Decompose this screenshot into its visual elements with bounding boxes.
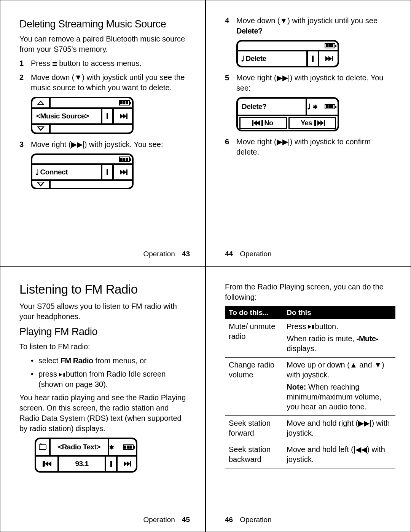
cell-action: Seek station backward [225, 442, 283, 468]
intro-text: Your S705 allows you to listen to FM rad… [19, 301, 190, 322]
play-pause-icon [308, 325, 313, 329]
steps-list: Press button to access menus. Move down … [19, 58, 190, 93]
page-44: Move down (▼) with joystick until you se… [206, 0, 411, 266]
cell-instruction: Move up or down (▲ and ▼) with joystick.… [283, 357, 395, 415]
page-number: 44 [225, 250, 233, 258]
step-1: Press button to access menus. [19, 58, 190, 69]
page-45: Listening to FM Radio Your S705 allows y… [0, 266, 206, 532]
up-arrow-icon [37, 101, 45, 105]
table-row: Mute/ unmute radio Press button. When ra… [225, 319, 395, 358]
intro-text: From the Radio Playing screen, you can d… [225, 282, 395, 302]
footer-label: Operation [143, 516, 175, 524]
page-number: 45 [182, 516, 190, 524]
lcd-text: Delete [246, 54, 266, 63]
lcd-music-source: <Music Source> [31, 97, 134, 134]
battery-icon [325, 104, 335, 109]
footer-label: Operation [240, 516, 271, 524]
option-no: No [239, 117, 287, 129]
lead-text: To listen to FM radio: [19, 342, 190, 352]
table-row: Change radio volume Move up or down (▲ a… [225, 357, 395, 415]
bullet-1: select FM Radio from menus, or [31, 356, 190, 366]
battery-icon [325, 43, 335, 48]
page-footer: Operation 45 [19, 513, 190, 524]
battery-icon [119, 100, 130, 105]
battery-icon [119, 157, 130, 162]
bluetooth-icon [313, 102, 318, 111]
play-pause-icon [59, 373, 64, 377]
lcd-text: <Radio Text> [51, 439, 109, 455]
battery-icon [123, 444, 134, 450]
lcd-radio-playing: <Radio Text> 93.1 [35, 438, 137, 473]
page-number: 46 [225, 516, 233, 524]
bullet-2: press button from Radio Idle screen (sho… [31, 369, 190, 390]
page-footer: 46 Operation [225, 513, 395, 524]
note-icon [35, 168, 39, 177]
skip-next-icon [325, 56, 332, 61]
page-46: From the Radio Playing screen, you can d… [206, 266, 411, 532]
cell-instruction: Press button. When radio is mute, -Mute-… [283, 319, 395, 358]
radio-icon [39, 444, 46, 450]
down-arrow-icon [37, 126, 45, 131]
subheading-playing: Playing FM Radio [19, 326, 190, 338]
heading-fm-radio: Listening to FM Radio [19, 282, 190, 297]
bar-icon [312, 56, 314, 62]
note-icon [307, 102, 311, 111]
skip-next-icon [124, 461, 130, 466]
operations-table: To do this... Do this Mute/ unmute radio… [225, 306, 395, 468]
cell-action: Change radio volume [225, 357, 283, 415]
cell-instruction: Move and hold left (|◀◀) with joystick. [283, 442, 395, 468]
cell-instruction: Move and hold right (▶▶|) with joystick. [283, 415, 395, 442]
lcd-text: <Music Source> [32, 109, 102, 123]
bar-icon [107, 169, 108, 175]
cell-action: Mute/ unmute radio [225, 319, 283, 358]
bluetooth-icon [109, 443, 114, 451]
steps-list-cont: Move right (▶▶|) with joystick to delete… [225, 73, 395, 93]
bullet-list: select FM Radio from menus, or press but… [19, 356, 190, 390]
para-text: You hear radio playing and see the Radio… [19, 393, 190, 434]
skip-next-icon [120, 169, 126, 175]
table-row: Seek station forward Move and hold right… [225, 415, 395, 442]
step-2: Move down (▼) with joystick until you se… [19, 72, 190, 93]
skip-next-icon [317, 120, 324, 126]
step-3: Move right (▶▶|) with joystick. You see: [19, 139, 190, 150]
lcd-frequency: 93.1 [59, 457, 106, 471]
page-footer: Operation 43 [19, 247, 190, 258]
bar-icon [110, 461, 112, 467]
steps-list-cont: Move right (▶▶|) with joystick. You see: [19, 139, 190, 150]
footer-label: Operation [240, 250, 271, 258]
step-5: Move right (▶▶|) with joystick to delete… [225, 73, 395, 93]
page-footer: 44 Operation [225, 247, 395, 258]
page-43: Deleting Streaming Music Source You can … [0, 0, 206, 266]
skip-next-icon [120, 113, 126, 119]
down-arrow-icon [37, 182, 45, 187]
option-yes: Yes [288, 117, 336, 129]
col-header-todo: To do this... [225, 306, 283, 319]
steps-list-cont2: Move right (▶▶|) with joystick to confir… [225, 137, 395, 157]
lcd-delete-confirm: Delete? No Yes [236, 97, 339, 131]
heading-delete-source: Deleting Streaming Music Source [19, 18, 190, 30]
footer-label: Operation [143, 250, 175, 258]
step-6: Move right (▶▶|) with joystick to confir… [225, 137, 395, 157]
intro-text: You can remove a paired Bluetooth music … [19, 34, 190, 54]
note-icon [241, 54, 244, 63]
menu-icon [53, 62, 57, 66]
col-header-dothis: Do this [283, 306, 395, 319]
lcd-text: Connect [40, 168, 68, 176]
lcd-delete: Delete [236, 40, 339, 67]
lcd-connect: Connect [31, 153, 134, 189]
table-row: Seek station backward Move and hold left… [225, 442, 395, 468]
lcd-title: Delete? [238, 99, 307, 115]
skip-prev-icon [45, 461, 51, 466]
skip-prev-icon [253, 120, 260, 126]
steps-list: Move down (▼) with joystick until you se… [225, 16, 395, 36]
bar-icon [107, 113, 108, 119]
cell-action: Seek station forward [225, 415, 283, 442]
page-number: 43 [182, 250, 190, 258]
step-4: Move down (▼) with joystick until you se… [225, 16, 395, 36]
